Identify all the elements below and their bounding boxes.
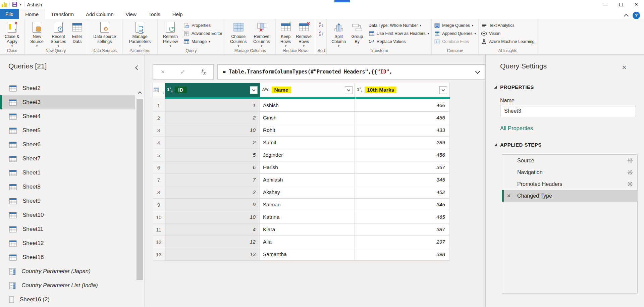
row-number[interactable]: 8 (153, 186, 165, 199)
cell-id[interactable]: 12 (165, 236, 260, 248)
query-item-sheet3[interactable]: Sheet3 (0, 95, 135, 109)
query-item-sheet9[interactable]: Sheet9 (0, 194, 135, 208)
use-first-row-as-headers-button[interactable]: Use First Row as Headers (369, 30, 429, 37)
close-button[interactable]: × (629, 0, 644, 9)
query-item-sheet10[interactable]: Sheet10 (0, 208, 135, 222)
applied-steps-section-header[interactable]: APPLIED STEPS (494, 142, 542, 148)
cell-name[interactable]: Akshay (260, 186, 355, 199)
all-properties-link[interactable]: All Properties (500, 125, 533, 132)
row-number[interactable]: 1 (153, 99, 165, 112)
query-item-sheet6[interactable]: Sheet6 (0, 138, 135, 152)
formula-input[interactable]: = Table.TransformColumnTypes(#"Promoted … (217, 64, 485, 80)
query-item-sheet11[interactable]: Sheet11 (0, 222, 135, 236)
group-by-button[interactable]: Group By (349, 21, 365, 44)
row-number[interactable]: 10 (153, 211, 165, 223)
close-and-apply-button[interactable]: ×↑ Close & Apply (2, 21, 22, 48)
cell-10th-marks[interactable]: 456 (355, 149, 449, 161)
cell-name[interactable]: Kiara (260, 223, 355, 236)
filter-button-id[interactable] (250, 86, 258, 94)
column-header-name[interactable]: ABC Name (260, 83, 355, 97)
row-number[interactable]: 13 (153, 248, 165, 261)
cell-name[interactable]: Joginder (260, 149, 355, 161)
cell-name[interactable]: Ashish (260, 99, 355, 112)
cell-10th-marks[interactable]: 398 (355, 248, 449, 261)
query-item-sheet16-2-[interactable]: Sheet16 (2) (0, 293, 135, 307)
cell-id[interactable]: 6 (165, 161, 260, 174)
quick-access-caret-icon[interactable]: ▾ (20, 3, 21, 6)
cell-10th-marks[interactable]: 297 (355, 236, 449, 248)
query-item-country-parameter-japan-[interactable]: Country Parameter (Japan) (0, 264, 135, 278)
tab-help[interactable]: Help (166, 9, 189, 19)
close-pane-icon[interactable]: × (622, 63, 627, 71)
cell-id[interactable]: 4 (165, 223, 260, 236)
gear-icon[interactable] (628, 158, 633, 163)
cell-id[interactable]: 2 (165, 137, 260, 149)
new-source-button[interactable]: New Source (27, 21, 47, 48)
remove-rows-button[interactable]: × Remove Rows (294, 21, 314, 48)
cell-10th-marks[interactable]: 345 (355, 199, 449, 211)
text-analytics-button[interactable]: Text Analytics (481, 22, 535, 29)
query-item-sheet1[interactable]: Sheet1 (0, 166, 135, 180)
applied-step-changed-type[interactable]: ×Changed Type (502, 190, 637, 202)
query-item-sheet4[interactable]: Sheet4 (0, 109, 135, 123)
scrollbar-thumb[interactable] (137, 99, 143, 280)
row-number[interactable]: 12 (153, 236, 165, 248)
collapse-ribbon-icon[interactable] (624, 14, 629, 18)
sort-ascending-button[interactable]: AZ↓ (319, 22, 324, 28)
cell-10th-marks[interactable]: 466 (355, 99, 449, 112)
query-item-sheet8[interactable]: Sheet8 (0, 180, 135, 194)
table-corner-button[interactable]: ▾ (153, 83, 165, 97)
cell-name[interactable]: Alia (260, 236, 355, 248)
scroll-up-icon[interactable] (137, 88, 143, 97)
choose-columns-button[interactable]: Choose Columns (227, 21, 250, 48)
queries-scrollbar[interactable] (137, 88, 143, 303)
query-item-sheet2[interactable]: Sheet2 (0, 81, 135, 95)
append-queries-button[interactable]: Append Queries (434, 30, 476, 37)
gear-icon[interactable] (628, 170, 633, 175)
cell-10th-marks[interactable]: 433 (355, 124, 449, 137)
data-source-settings-button[interactable]: ⚙ Data source settings (90, 21, 120, 44)
cell-name[interactable]: Sumit (260, 137, 355, 149)
applied-step-promoted-headers[interactable]: Promoted Headers (502, 178, 637, 190)
sort-descending-button[interactable]: ZA↓ (319, 31, 324, 37)
cell-id[interactable]: 9 (165, 199, 260, 211)
tab-tools[interactable]: Tools (143, 9, 166, 19)
cell-name[interactable]: Abhilash (260, 174, 355, 186)
cell-id[interactable]: 5 (165, 149, 260, 161)
help-button[interactable]: ? (633, 12, 640, 19)
save-icon[interactable] (12, 2, 17, 7)
applied-step-source[interactable]: Source (502, 155, 637, 166)
row-number[interactable]: 3 (153, 124, 165, 137)
query-item-country-parameter-list-india-[interactable]: Country Parameter List (India) (0, 278, 135, 293)
row-number[interactable]: 9 (153, 199, 165, 211)
replace-values-button[interactable]: 1⤷2 Replace Values (369, 38, 429, 45)
applied-step-navigation[interactable]: Navigation (502, 166, 637, 178)
cell-name[interactable]: Girish (260, 112, 355, 124)
cell-id[interactable]: 2 (165, 112, 260, 124)
tab-view[interactable]: View (120, 9, 143, 19)
cell-id[interactable]: 7 (165, 174, 260, 186)
query-item-sheet5[interactable]: Sheet5 (0, 123, 135, 138)
gear-icon[interactable] (628, 182, 633, 187)
expand-formula-bar-icon[interactable] (475, 69, 480, 73)
delete-step-icon[interactable]: × (507, 193, 511, 199)
cell-id[interactable]: 1 (165, 99, 260, 112)
vision-button[interactable]: Vision (481, 30, 535, 37)
column-header-id[interactable]: 123 ID (165, 83, 260, 97)
keep-rows-button[interactable]: ✓ Keep Rows (278, 21, 293, 48)
cell-id[interactable]: 10 (165, 211, 260, 223)
cell-10th-marks[interactable]: 345 (355, 174, 449, 186)
query-item-sheet16[interactable]: Sheet16 (0, 250, 135, 264)
row-number[interactable]: 4 (153, 137, 165, 149)
properties-button[interactable]: Properties (183, 22, 222, 29)
manage-button[interactable]: Manage (183, 38, 222, 45)
azure-ml-button[interactable]: Azure Machine Learning (481, 38, 535, 45)
cell-name[interactable]: Salman (260, 199, 355, 211)
column-header-10th-marks[interactable]: 123 10th Marks (355, 83, 449, 97)
restore-button[interactable] (613, 0, 629, 9)
query-name-input[interactable]: Sheet3 (500, 105, 636, 117)
properties-section-header[interactable]: PROPERTIES (494, 84, 534, 90)
row-number[interactable]: 11 (153, 223, 165, 236)
manage-parameters-button[interactable]: Manage Parameters (125, 21, 155, 48)
fx-icon[interactable]: fx (201, 68, 206, 75)
